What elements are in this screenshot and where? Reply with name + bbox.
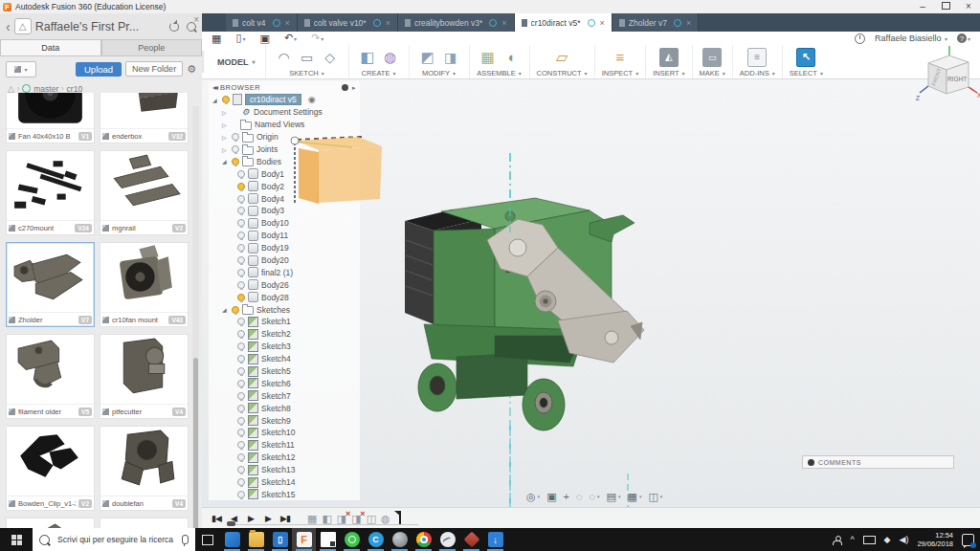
maximize-button[interactable]: [934, 0, 957, 13]
design-card[interactable]: Zholder V7: [6, 242, 95, 327]
visibility-bulb-icon[interactable]: [237, 219, 245, 227]
plane-icon[interactable]: [552, 48, 571, 67]
comments-bar[interactable]: COMMENTS: [802, 455, 954, 469]
sketch-row[interactable]: Sketch4: [209, 353, 360, 365]
document-tab[interactable]: Zholder v7 ×: [612, 13, 699, 32]
timeline-feature-icon[interactable]: ◨: [337, 513, 346, 524]
chevron-up-icon[interactable]: ^: [850, 535, 854, 544]
visibility-bulb-icon[interactable]: [237, 330, 245, 338]
taskbar-app-button[interactable]: [483, 528, 507, 551]
panel-close-icon[interactable]: ×: [193, 14, 199, 25]
combine-icon[interactable]: [441, 48, 460, 67]
expand-arrow-icon[interactable]: ▷: [222, 109, 229, 116]
visibility-bulb-icon[interactable]: [237, 269, 245, 276]
breadcrumb-folder[interactable]: cr10: [67, 84, 83, 94]
timeline-feature-icon[interactable]: ◨: [351, 513, 361, 524]
origin-plane-yz[interactable]: [317, 146, 382, 203]
design-card[interactable]: c270mount V24: [6, 150, 95, 235]
ribbon-group-menu[interactable]: CONSTRUCT▾: [537, 69, 588, 77]
sketch-row[interactable]: Sketch3: [209, 341, 360, 353]
sketch-row[interactable]: Sketch1: [209, 316, 360, 328]
view-control[interactable]: ◎ ▾: [526, 491, 540, 503]
visibility-bulb-icon[interactable]: [237, 183, 245, 190]
taskbar-app-button[interactable]: [220, 528, 244, 551]
sketch-row[interactable]: Sketch2: [209, 328, 360, 341]
expand-arrow-icon[interactable]: ▷: [222, 121, 229, 128]
taskbar-app-button[interactable]: [388, 528, 412, 551]
visibility-bulb-icon[interactable]: [237, 466, 245, 474]
design-card[interactable]: [100, 518, 189, 528]
expand-arrow-icon[interactable]: ◢: [212, 97, 219, 103]
start-button[interactable]: [0, 528, 33, 551]
document-tab[interactable]: crealitybowden v3* ×: [398, 13, 515, 32]
collapse-arrow-icon[interactable]: ◢: [222, 306, 229, 313]
design-card[interactable]: ptfecutter V4: [100, 334, 189, 419]
tab-close-icon[interactable]: ×: [285, 18, 290, 28]
ribbon-group-menu[interactable]: INSERT▾: [653, 69, 684, 77]
visibility-bulb-icon[interactable]: [232, 306, 239, 314]
collapse-panel-icon[interactable]: ◂◂: [212, 83, 216, 92]
minimize-button[interactable]: –: [911, 0, 934, 13]
ribbon-group-menu[interactable]: MAKE▾: [700, 69, 725, 77]
make-icon[interactable]: [702, 48, 722, 67]
sketch-row[interactable]: Sketch11: [209, 439, 360, 452]
timeline-feature-icon[interactable]: ◫: [367, 513, 376, 524]
root-document-label[interactable]: cr10diract v5: [245, 94, 301, 105]
timeline-scrubber-track[interactable]: [230, 524, 418, 525]
body-row[interactable]: Body28: [209, 291, 360, 303]
ribbon-group-menu[interactable]: INSPECT▾: [602, 69, 639, 77]
document-tab[interactable]: colt valve v10* ×: [298, 13, 398, 32]
view-mode-button[interactable]: ▾: [6, 61, 36, 77]
visibility-bulb-icon[interactable]: [232, 133, 239, 141]
redo-icon[interactable]: ↷▾: [311, 32, 323, 45]
view-control[interactable]: ▣: [546, 491, 556, 503]
job-status-clock-icon[interactable]: [855, 33, 865, 44]
expand-arrow-icon[interactable]: ▷: [222, 134, 229, 141]
taskbar-app-button[interactable]: [435, 528, 459, 551]
origin-plane-xz[interactable]: [299, 148, 319, 204]
home-icon[interactable]: △: [8, 84, 14, 94]
browser-node-row[interactable]: ▷ Document Settings: [209, 106, 360, 119]
insert-image-icon[interactable]: [659, 48, 679, 67]
volume-icon[interactable]: ◀): [900, 535, 909, 544]
design-card[interactable]: cr10fan mount V43: [100, 242, 189, 327]
chevron-down-icon[interactable]: ▾: [538, 494, 541, 499]
visibility-bulb-icon[interactable]: [232, 145, 239, 153]
file-menu-icon[interactable]: ▯▾: [235, 32, 245, 45]
ribbon-group-menu[interactable]: MODIFY▾: [422, 69, 456, 77]
body-row[interactable]: Body20: [209, 254, 360, 267]
visibility-bulb-icon[interactable]: [237, 355, 245, 363]
task-view-button[interactable]: [195, 535, 220, 545]
form-sphere-icon[interactable]: [381, 48, 400, 67]
upload-button[interactable]: Upload: [76, 62, 122, 77]
timeline-scrubber-handle[interactable]: [227, 521, 235, 526]
dropbox-icon[interactable]: ◆: [884, 535, 891, 544]
taskbar-app-button[interactable]: [412, 528, 435, 551]
visibility-bulb-icon[interactable]: [237, 231, 245, 239]
action-center-icon[interactable]: [962, 534, 974, 546]
origin-planes[interactable]: [283, 130, 403, 231]
timeline-go-start-button[interactable]: ▮◀: [210, 514, 223, 523]
taskbar-app-button[interactable]: [340, 528, 364, 551]
measure-icon[interactable]: [611, 48, 630, 67]
select-icon[interactable]: [796, 48, 815, 67]
rectangle-icon[interactable]: [298, 48, 317, 67]
taskbar-app-button[interactable]: [292, 528, 316, 551]
view-control[interactable]: ◌ ▾: [590, 491, 600, 502]
chevron-down-icon[interactable]: ▾: [618, 494, 621, 499]
refresh-icon[interactable]: [169, 22, 179, 32]
visibility-bulb-icon[interactable]: [237, 281, 245, 289]
scrollbar-thumb[interactable]: [193, 358, 198, 535]
sketches-folder-row[interactable]: ◢ Sketches: [209, 303, 360, 316]
visibility-bulb-icon[interactable]: [237, 453, 245, 461]
origin-point[interactable]: [291, 137, 299, 144]
help-menu[interactable]: ?▾: [957, 33, 970, 44]
data-panel-tab[interactable]: Data: [0, 39, 101, 55]
timeline-play-button[interactable]: ▶: [244, 514, 257, 523]
visibility-bulb-icon[interactable]: [232, 158, 239, 165]
new-component-icon[interactable]: [479, 48, 498, 67]
sketch-row[interactable]: Sketch6: [209, 377, 360, 389]
visibility-bulb-icon[interactable]: [237, 244, 245, 252]
taskbar-app-button[interactable]: [268, 528, 292, 551]
visibility-bulb-icon[interactable]: [237, 441, 245, 449]
